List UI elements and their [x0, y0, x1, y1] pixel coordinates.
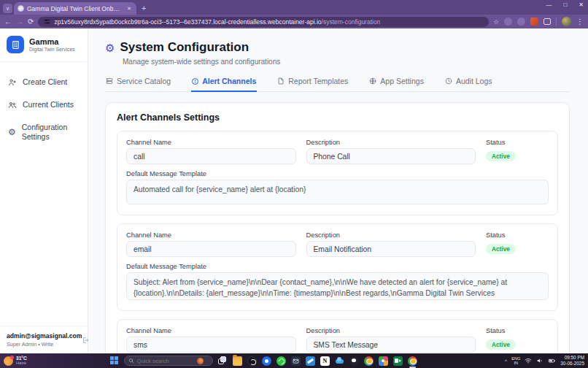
notion-icon[interactable]: N: [320, 356, 330, 366]
main-content: ⚙ System Configuration Manage system-wid…: [88, 28, 588, 353]
minimize-button[interactable]: —: [546, 1, 552, 8]
browser-tab[interactable]: Gamma Digital Twin Client Onboarding ✕: [14, 2, 136, 15]
profile-avatar[interactable]: [562, 17, 571, 26]
weather-condition: Haze: [16, 361, 27, 366]
status-badge: Active: [486, 151, 516, 161]
browser-chrome: ∨ Gamma Digital Twin Client Onboarding ✕…: [0, 0, 588, 28]
page-subtitle: Manage system-wide settings and configur…: [123, 58, 570, 66]
github-icon[interactable]: [349, 356, 359, 366]
channel-card-call: Channel Name Description Status Active: [117, 131, 558, 215]
wifi-icon[interactable]: [525, 357, 532, 364]
user-role: Super Admin • Write: [7, 341, 82, 348]
maximize-button[interactable]: □: [563, 1, 567, 8]
quick-search[interactable]: [124, 356, 213, 366]
forward-icon[interactable]: →: [16, 18, 23, 26]
mail-icon[interactable]: [291, 356, 301, 366]
channel-description-input[interactable]: [306, 337, 476, 353]
close-button[interactable]: ✕: [579, 1, 584, 8]
comet-icon: [197, 358, 204, 364]
toolbar-icons: ☆ ⋮: [493, 17, 584, 26]
weather-temp: 31°C: [16, 356, 27, 361]
logout-icon[interactable]: [82, 334, 89, 347]
taskbar-center: N: [110, 356, 417, 366]
chrome-icon[interactable]: [364, 356, 374, 366]
document-icon: [277, 77, 285, 85]
tab-close-icon[interactable]: ✕: [125, 5, 133, 12]
tab-alert-channels[interactable]: ! Alert Channels: [191, 75, 257, 92]
start-button[interactable]: [110, 356, 119, 365]
channel-name-input[interactable]: [126, 148, 296, 164]
channel-card-email: Channel Name Description Status Active: [117, 223, 558, 311]
clock-icon: [445, 77, 452, 85]
template-label: Default Message Template: [126, 170, 549, 177]
new-tab-button[interactable]: +: [142, 4, 146, 12]
tab-report-templates[interactable]: Report Templates: [276, 75, 349, 92]
bookmark-star-icon[interactable]: ☆: [493, 18, 499, 26]
extension-icon-1[interactable]: [504, 18, 512, 26]
address-bar[interactable]: zp1v56uxy8rdx5ypatb0ockcb9tr6a-oci3--517…: [38, 17, 489, 27]
tab-search-chevron-icon[interactable]: ∨: [3, 4, 12, 13]
channel-name-input[interactable]: [126, 337, 296, 353]
page-header: ⚙ System Configuration: [105, 40, 570, 55]
channel-description-input[interactable]: [306, 148, 476, 164]
section-title: Alert Channels Settings: [117, 112, 558, 123]
status-label: Status: [486, 231, 549, 239]
person-plus-icon: [8, 78, 17, 87]
extension-icon-2[interactable]: [517, 18, 525, 26]
reload-icon[interactable]: ⟳: [28, 18, 34, 26]
channel-description-input[interactable]: [306, 241, 476, 257]
tray-time: 09:50 PM: [565, 355, 584, 361]
file-explorer-icon[interactable]: [233, 356, 242, 366]
channel-name-label: Channel Name: [126, 231, 296, 239]
clock[interactable]: 09:50 PM 30-06-2025: [560, 355, 584, 367]
tab-label: Audit Logs: [456, 77, 492, 85]
tray-chevron-icon[interactable]: ^: [505, 359, 507, 364]
volume-icon[interactable]: [536, 357, 543, 364]
meet-icon[interactable]: [393, 356, 403, 366]
tab-service-catalog[interactable]: Service Catalog: [105, 75, 171, 92]
description-label: Description: [306, 139, 476, 146]
quick-search-input[interactable]: [137, 358, 194, 364]
tab-label: Service Catalog: [117, 77, 171, 85]
blue-app-icon[interactable]: [262, 356, 271, 366]
sidebar-item-current-clients[interactable]: Current Clients: [0, 93, 88, 116]
site-settings-icon[interactable]: [44, 18, 50, 25]
browser-toolbar: ← → ⟳ zp1v56uxy8rdx5ypatb0ockcb9tr6a-oci…: [0, 15, 588, 28]
brand-name: Gamma: [29, 37, 75, 47]
dark-browser-icon[interactable]: [247, 356, 257, 366]
sidebar-nav: Create Client Current Clients ⚙ Configur…: [0, 62, 88, 158]
gear-icon: ⚙: [8, 128, 16, 137]
status-badge: Active: [486, 340, 516, 350]
template-textarea[interactable]: Subject: Alert from {service_name}\n\nDe…: [126, 272, 549, 300]
sidebar-item-label: Configuration Settings: [22, 123, 74, 142]
url-path: /system-configuration: [322, 18, 381, 26]
photos-icon[interactable]: [379, 356, 388, 366]
chevron-down-icon: ∨: [6, 6, 9, 12]
channel-name-label: Channel Name: [126, 139, 296, 146]
whatsapp-icon[interactable]: [276, 356, 286, 366]
template-textarea[interactable]: Automated call for {service_name} alert …: [126, 180, 549, 204]
side-panel-icon[interactable]: [543, 18, 551, 25]
tab-audit-logs[interactable]: Audit Logs: [444, 75, 493, 92]
tab-app-settings[interactable]: App Settings: [368, 75, 425, 92]
sidebar-user: admin@sigmasignal.com Super Admin • Writ…: [0, 326, 88, 353]
weather-widget[interactable]: 31°C Haze: [4, 356, 27, 366]
chrome-active-window-icon[interactable]: [408, 356, 417, 366]
tab-favicon-icon: [18, 5, 24, 12]
cloud-app-icon[interactable]: [335, 356, 344, 366]
vscode-icon[interactable]: [306, 356, 315, 366]
sidebar-item-configuration-settings[interactable]: ⚙ Configuration Settings: [0, 116, 88, 148]
browser-menu-icon[interactable]: ⋮: [576, 18, 584, 26]
language-indicator[interactable]: ENG IN: [511, 356, 520, 365]
battery-icon[interactable]: [548, 357, 556, 364]
channel-name-input[interactable]: [126, 241, 296, 257]
brand: Gamma Digital Twin Services: [0, 28, 88, 62]
url-host: zp1v56uxy8rdx5ypatb0ockcb9tr6a-oci3--517…: [54, 18, 321, 26]
status-label: Status: [486, 139, 549, 146]
back-icon[interactable]: ←: [4, 18, 12, 26]
tab-bar: Service Catalog ! Alert Channels Report …: [105, 75, 570, 92]
system-tray: ^ ENG IN 09:50 PM 30-06-2025: [505, 355, 584, 367]
extension-icon-3[interactable]: [530, 18, 538, 26]
sidebar-item-create-client[interactable]: Create Client: [0, 71, 88, 93]
task-view-icon[interactable]: [218, 356, 228, 366]
